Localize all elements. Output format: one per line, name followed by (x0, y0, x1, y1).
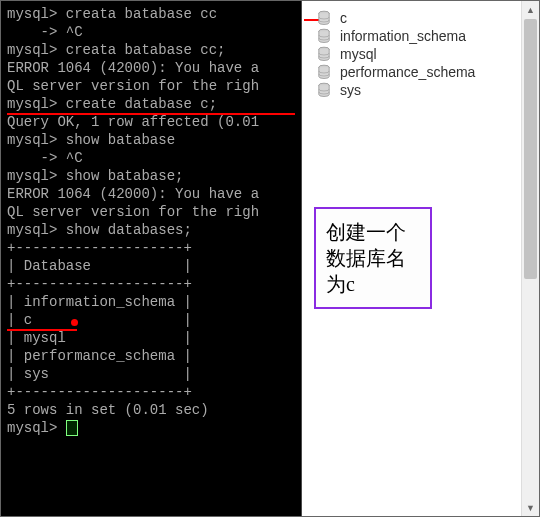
db-tree-item-label: mysql (340, 46, 377, 62)
terminal-line: mysql> create database c; (7, 95, 295, 113)
scroll-up-button[interactable]: ▲ (522, 1, 539, 18)
terminal-line: ERROR 1064 (42000): You have a (7, 59, 295, 77)
app-root: mysql> creata batabase cc -> ^Cmysql> cr… (0, 0, 540, 517)
annotation-line: 数据库名 (326, 245, 420, 271)
terminal-line: -> ^C (7, 23, 295, 41)
db-tree-item-label: information_schema (340, 28, 466, 44)
terminal-line: -> ^C (7, 149, 295, 167)
terminal-line: | mysql | (7, 329, 295, 347)
db-tree-item-label: sys (340, 82, 361, 98)
db-tree-item[interactable]: performance_schema (316, 63, 525, 81)
database-icon (316, 46, 332, 62)
terminal-line: | information_schema | (7, 293, 295, 311)
db-tree-item[interactable]: c (316, 9, 525, 27)
terminal-line: | c | (7, 311, 295, 329)
terminal-line: | performance_schema | (7, 347, 295, 365)
terminal-line: 5 rows in set (0.01 sec) (7, 401, 295, 419)
database-icon (316, 28, 332, 44)
db-tree-item[interactable]: mysql (316, 45, 525, 63)
scroll-down-button[interactable]: ▼ (522, 499, 539, 516)
terminal-line: QL server version for the righ (7, 203, 295, 221)
database-icon (316, 64, 332, 80)
db-tree-item-label: performance_schema (340, 64, 475, 80)
db-list: cinformation_schemamysqlperformance_sche… (302, 1, 539, 107)
db-tree-item[interactable]: information_schema (316, 27, 525, 45)
annotation-line: 创建一个 (326, 219, 420, 245)
terminal-line: mysql> creata batabase cc (7, 5, 295, 23)
annotation-callout: 创建一个 数据库名 为c (314, 207, 432, 309)
db-tree-item[interactable]: sys (316, 81, 525, 99)
terminal-line: | sys | (7, 365, 295, 383)
terminal-line: ERROR 1064 (42000): You have a (7, 185, 295, 203)
terminal-line: mysql> show batabase; (7, 167, 295, 185)
db-tree-panel: cinformation_schemamysqlperformance_sche… (301, 1, 539, 516)
terminal-line: mysql> show databases; (7, 221, 295, 239)
terminal-line: mysql> creata batabase cc; (7, 41, 295, 59)
db-tree-item-label: c (340, 10, 347, 26)
scrollbar[interactable]: ▲ ▼ (521, 1, 539, 516)
terminal-line: | Database | (7, 257, 295, 275)
scroll-thumb[interactable] (524, 19, 537, 279)
terminal-line: +--------------------+ (7, 275, 295, 293)
terminal-line: mysql> show batabase (7, 131, 295, 149)
terminal-line: Query OK, 1 row affected (0.01 (7, 113, 295, 131)
terminal-line: +--------------------+ (7, 239, 295, 257)
terminal-pane[interactable]: mysql> creata batabase cc -> ^Cmysql> cr… (1, 1, 301, 516)
terminal-line: mysql> (7, 419, 295, 437)
terminal-cursor (66, 420, 78, 436)
terminal-line: +--------------------+ (7, 383, 295, 401)
database-icon (316, 10, 332, 26)
database-icon (316, 82, 332, 98)
annotation-line: 为c (326, 271, 420, 297)
terminal-line: QL server version for the righ (7, 77, 295, 95)
